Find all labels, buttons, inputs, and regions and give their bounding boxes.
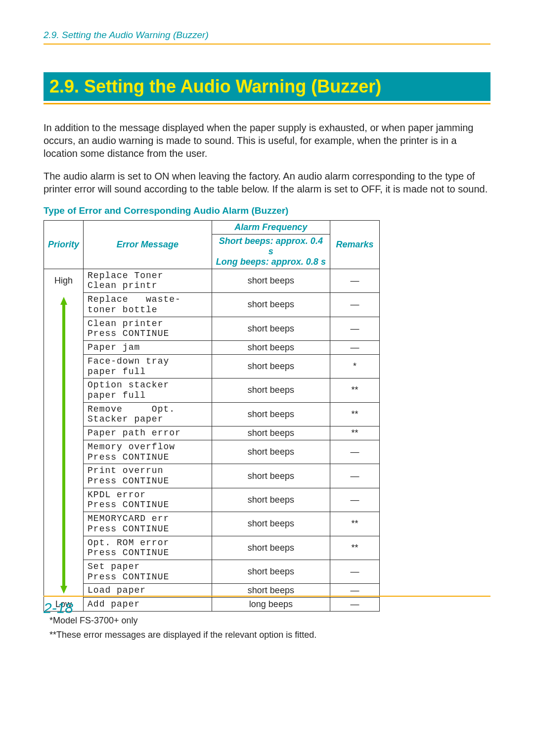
alarm-cell: short beeps (212, 317, 330, 340)
remarks-cell: — (330, 464, 380, 488)
table-row: Print overrun Press CONTINUEshort beeps— (44, 464, 380, 488)
table-row: Remove Opt. Stacker papershort beeps** (44, 402, 380, 426)
running-header: 2.9. Setting the Audio Warning (Buzzer) (44, 30, 490, 41)
error-message-cell: Paper jam (84, 340, 212, 354)
table-row: Clean printer Press CONTINUEshort beeps— (44, 317, 380, 340)
table-row: Face-down tray paper fullshort beeps* (44, 354, 380, 378)
alarm-cell: short beeps (212, 512, 330, 536)
table-row: Memory overflow Press CONTINUEshort beep… (44, 440, 380, 464)
th-alarm-sub: Short beeps: approx. 0.4 s Long beeps: a… (212, 234, 330, 269)
table-row: Opt. ROM error Press CONTINUEshort beeps… (44, 536, 380, 560)
section-title: 2.9. Setting the Audio Warning (Buzzer) (49, 77, 485, 96)
th-error-message: Error Message (84, 220, 212, 269)
remarks-cell: — (330, 560, 380, 583)
remarks-cell: ** (330, 378, 380, 402)
svg-marker-1 (60, 297, 67, 305)
section-title-box: 2.9. Setting the Audio Warning (Buzzer) (44, 72, 490, 101)
table-row: HighReplace Toner Clean printrshort beep… (44, 269, 380, 292)
alarm-cell: short beeps (212, 440, 330, 464)
alarm-cell: short beeps (212, 269, 330, 292)
table-row: Replace waste- toner bottleshort beeps— (44, 293, 380, 317)
remarks-cell: — (330, 440, 380, 464)
table-row: Paper path errorshort beeps** (44, 426, 380, 440)
intro-paragraph-2: The audio alarm is set to ON when leavin… (44, 170, 490, 195)
table-row: Option stacker paper fullshort beeps** (44, 378, 380, 402)
priority-high-cell: High (44, 269, 84, 292)
intro-paragraph-1: In addition to the message displayed whe… (44, 121, 490, 160)
header-rule (44, 44, 490, 45)
priority-arrow-icon (59, 297, 68, 594)
remarks-cell: — (330, 269, 380, 292)
error-message-cell: MEMORYCARD err Press CONTINUE (84, 512, 212, 536)
error-message-cell: Replace waste- toner bottle (84, 293, 212, 317)
table-row: Paper jamshort beeps— (44, 340, 380, 354)
table-row: KPDL error Press CONTINUEshort beeps— (44, 488, 380, 512)
remarks-cell: ** (330, 402, 380, 426)
alarm-cell: short beeps (212, 402, 330, 426)
table-row: MEMORYCARD err Press CONTINUEshort beeps… (44, 512, 380, 536)
table-caption: Type of Error and Corresponding Audio Al… (44, 205, 490, 216)
remarks-cell: ** (330, 426, 380, 440)
footnote-1: *Model FS-3700+ only (49, 615, 490, 626)
alarm-cell: short beeps (212, 536, 330, 560)
priority-arrow-cell (44, 293, 84, 598)
error-message-cell: Opt. ROM error Press CONTINUE (84, 536, 212, 560)
alarm-cell: short beeps (212, 464, 330, 488)
table-row: Set paper Press CONTINUEshort beeps— (44, 560, 380, 583)
error-message-cell: Replace Toner Clean printr (84, 269, 212, 292)
error-message-cell: Clean printer Press CONTINUE (84, 317, 212, 340)
error-table: Priority Error Message Alarm Frequency R… (44, 220, 380, 612)
error-message-cell: KPDL error Press CONTINUE (84, 488, 212, 512)
footnote-2: **These error messages are displayed if … (49, 630, 490, 640)
remarks-cell: ** (330, 512, 380, 536)
error-message-cell: Remove Opt. Stacker paper (84, 402, 212, 426)
error-message-cell: Face-down tray paper full (84, 354, 212, 378)
error-message-cell: Memory overflow Press CONTINUE (84, 440, 212, 464)
section-underline (44, 103, 490, 104)
error-message-cell: Option stacker paper full (84, 378, 212, 402)
page-footer: 2-18 (44, 596, 490, 616)
alarm-cell: short beeps (212, 378, 330, 402)
svg-marker-2 (60, 586, 67, 594)
footer-rule (44, 596, 490, 597)
alarm-cell: short beeps (212, 340, 330, 354)
alarm-cell: short beeps (212, 354, 330, 378)
alarm-cell: short beeps (212, 488, 330, 512)
alarm-cell: short beeps (212, 560, 330, 583)
remarks-cell: * (330, 354, 380, 378)
alarm-cell: short beeps (212, 426, 330, 440)
remarks-cell: — (330, 488, 380, 512)
th-remarks: Remarks (330, 220, 380, 269)
alarm-cell: short beeps (212, 293, 330, 317)
error-message-cell: Set paper Press CONTINUE (84, 560, 212, 583)
page-number: 2-18 (44, 600, 490, 616)
th-priority: Priority (44, 220, 84, 269)
remarks-cell: — (330, 317, 380, 340)
th-alarm-frequency: Alarm Frequency (212, 220, 330, 234)
error-message-cell: Print overrun Press CONTINUE (84, 464, 212, 488)
remarks-cell: ** (330, 536, 380, 560)
remarks-cell: — (330, 340, 380, 354)
error-message-cell: Paper path error (84, 426, 212, 440)
remarks-cell: — (330, 293, 380, 317)
